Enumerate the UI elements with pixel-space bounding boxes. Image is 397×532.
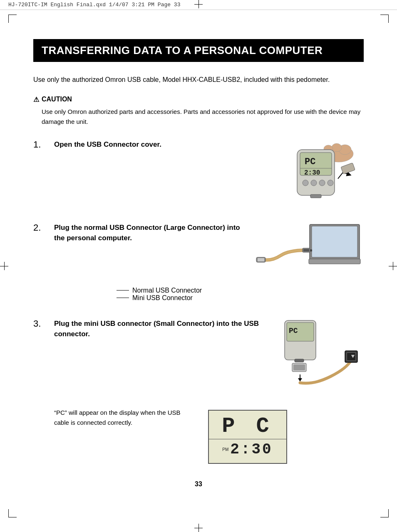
step-1: 1. Open the USB Connector cover. — [33, 139, 364, 206]
step-3-note-row: “PC” will appear on the display when the… — [33, 404, 287, 464]
step-3-note-text: “PC” will appear on the display when the… — [54, 408, 187, 428]
corner-mark-bl — [8, 509, 17, 517]
caution-header: ⚠ CAUTION — [33, 96, 364, 103]
intro-paragraph: Use only the authorized Omron USB cable,… — [33, 74, 364, 85]
crosshair-left — [0, 262, 8, 270]
step-3-text: Plug the mini USB connector (Small Conne… — [54, 318, 274, 340]
svg-text:PC: PC — [305, 157, 315, 167]
corner-mark-tr — [380, 15, 389, 23]
svg-marker-29 — [298, 378, 302, 382]
svg-rect-13 — [310, 195, 321, 198]
svg-point-2 — [332, 143, 342, 152]
page-wrapper: HJ-720ITC-IM English Final.qxd 1/4/07 3:… — [0, 0, 397, 532]
corner-mark-tl — [8, 15, 17, 23]
svg-rect-14 — [341, 163, 355, 174]
svg-point-11 — [319, 180, 325, 186]
svg-text:2:30: 2:30 — [304, 169, 320, 177]
crosshair-bottom — [194, 524, 203, 532]
svg-rect-16 — [312, 226, 357, 257]
crosshair-top — [194, 0, 203, 8]
mini-usb-label: Mini USB Connector — [117, 294, 193, 302]
step-2-number: 2. — [33, 222, 50, 233]
page-number: 33 — [33, 480, 364, 488]
lcd-display: P C PM 2:30 — [208, 410, 287, 464]
step-3-number: 3. — [33, 318, 50, 329]
step-3: 3. Plug the mini USB connector (Small Co… — [33, 318, 364, 464]
lcd-pc-text: P C — [222, 416, 273, 437]
step-2-text: Plug the normal USB Connector (Large Con… — [54, 222, 241, 244]
step-1-left: 1. Open the USB Connector cover. — [33, 139, 258, 150]
normal-usb-label: Normal USB Connector — [117, 287, 202, 294]
svg-rect-28 — [293, 365, 305, 370]
svg-rect-22 — [258, 258, 264, 261]
crosshair-right — [389, 262, 397, 270]
step-2-illustration — [247, 222, 364, 285]
title-banner: TRANSFERRING DATA TO A PERSONAL COMPUTER — [33, 39, 364, 62]
lcd-divider — [209, 439, 286, 439]
step-1-row: 1. Open the USB Connector cover. — [33, 139, 364, 206]
step-3-illustration: PC — [280, 318, 364, 401]
page-title: TRANSFERRING DATA TO A PERSONAL COMPUTER — [42, 44, 355, 57]
svg-point-12 — [328, 180, 333, 186]
connector-labels: Normal USB Connector Mini USB Connector — [33, 287, 202, 302]
svg-rect-20 — [303, 249, 309, 251]
lcd-pm: PM — [222, 447, 228, 452]
svg-rect-32 — [347, 353, 355, 360]
lcd-display-container: P C PM 2:30 — [208, 404, 287, 464]
file-info-text: HJ-720ITC-IM English Final.qxd 1/4/07 3:… — [8, 2, 180, 8]
step-3-note: “PC” will appear on the display when the… — [54, 404, 187, 428]
step-1-text: Open the USB Connector cover. — [54, 139, 161, 150]
caution-section: ⚠ CAUTION Use only Omron authorized part… — [33, 96, 364, 127]
step-2-row: 2. Plug the normal USB Connector (Large … — [33, 222, 364, 285]
corner-mark-br — [380, 509, 389, 517]
step-2: 2. Plug the normal USB Connector (Large … — [33, 222, 364, 302]
steps-container: 1. Open the USB Connector cover. — [33, 139, 364, 464]
svg-rect-26 — [295, 359, 304, 362]
lcd-time: 2:30 — [230, 441, 273, 458]
main-content: TRANSFERRING DATA TO A PERSONAL COMPUTER… — [0, 14, 397, 513]
svg-text:PC: PC — [289, 327, 298, 335]
caution-label: CAUTION — [42, 96, 72, 103]
svg-point-10 — [311, 180, 317, 186]
svg-point-9 — [303, 180, 308, 186]
lcd-time-row: PM 2:30 — [222, 441, 273, 458]
caution-text: Use only Omron authorized parts and acce… — [33, 107, 364, 127]
step-1-number: 1. — [33, 139, 50, 150]
step-3-left: 3. Plug the mini USB connector (Small Co… — [33, 318, 274, 340]
step-3-row: 3. Plug the mini USB connector (Small Co… — [33, 318, 364, 401]
step-1-illustration: PC 2:30 — [272, 139, 364, 206]
step-2-left: 2. Plug the normal USB Connector (Large … — [33, 222, 241, 244]
caution-icon: ⚠ — [33, 96, 39, 103]
svg-rect-17 — [309, 259, 360, 264]
